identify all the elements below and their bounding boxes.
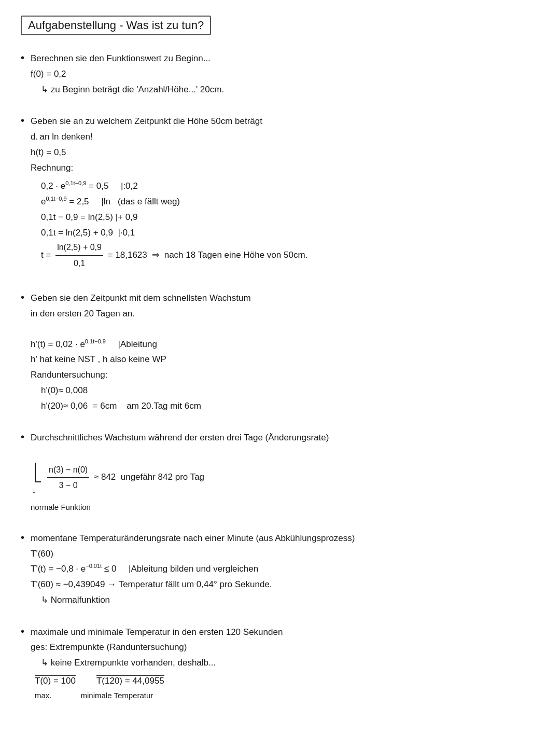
section-4: • Durchschnittliches Wachstum während de… [21,430,539,514]
s5-line2: T'(60) [31,546,539,562]
s3-line5: Randuntersuchung: [31,367,539,383]
section-5-content: momentane Temperaturänderungsrate nach e… [31,531,539,608]
s4-fraction-content: n(3) − n(0) 3 − 0 ≈ 842 ungefähr 842 pro… [45,463,204,498]
s6-max-label: max. [35,689,52,702]
section-6-content: maximale und minimale Temperatur in den … [31,625,539,702]
s1-line2: f(0) = 0,2 [31,66,539,82]
bullet-5: • [21,532,24,544]
s6-line1: maximale und minimale Temperatur in den … [31,625,539,640]
s3-line2: in den ersten 20 Tagen an. [31,306,539,322]
bracket-symbol: ↓ [35,463,41,498]
s6-t0-block: T(0) = 100 [35,674,76,689]
section-6: • maximale und minimale Temperatur in de… [21,625,539,702]
s5-line4: T'(60) ≈ −0,439049 → Temperatur fällt um… [31,577,539,592]
s6-t120-label: T(120) = 44,0955 [96,676,164,686]
s3-line4: h' hat keine NST , h also keine WP [31,352,539,367]
s4-note: normale Funktion [31,501,539,514]
page-title: Aufgabenstellung - Was ist zu tun? [28,19,204,32]
section-1: • Berechnen sie den Funktionswert zu Beg… [21,51,539,97]
s2-eq4: 0,1t = ln(2,5) + 0,9 |·0,1 [41,225,539,241]
s3-line7: h'(20)≈ 0,06 = 6cm am 20.Tag mit 6cm [41,398,539,414]
fraction-bottom-1: 0,1 [72,256,87,271]
s3-line1: Geben sie den Zeitpunkt mit dem schnells… [31,290,539,306]
s1-line1: Berechnen sie den Funktionswert zu Begin… [31,51,539,66]
section-3: • Geben sie den Zeitpunkt mit dem schnel… [21,290,539,413]
bullet-3: • [21,292,24,303]
s5-line1: momentane Temperaturänderungsrate nach e… [31,531,539,546]
s2-math1: 0,2 · e0,1t−0,9 = 0,5 |:0,2 e0,1t−0,9 = … [41,178,539,271]
bracket-shape [35,463,41,482]
section-3-content: Geben sie den Zeitpunkt mit dem schnells… [31,290,539,413]
s2-eq5: t = ln(2,5) + 0,9 0,1 = 18,1623 ⇒ nach 1… [41,240,539,271]
s5-line3: T'(t) = −0,8 · e−0,01t ≤ 0 |Ableitung bi… [31,561,539,577]
s3-line3: h'(t) = 0,02 · e0,1t−0,9 |Ableitung [31,337,539,352]
s1-line3: ↳ zu Beginn beträgt die 'Anzahl/Höhe...'… [41,82,539,98]
s2-line1: Geben sie an zu welchem Zeitpunkt die Hö… [31,114,539,129]
s6-values: T(0) = 100 T(120) = 44,0955 [35,674,539,689]
s5-line5: ↳ Normalfunktion [41,592,539,608]
fraction-top-1: ln(2,5) + 0,9 [55,240,103,256]
bullet-1: • [21,52,24,64]
s4-approx: ≈ 842 ungefähr 842 pro Tag [94,472,204,482]
s4-fraction-block: ↓ n(3) − n(0) 3 − 0 ≈ 842 ungefähr 842 p… [35,463,539,498]
bullet-6: • [21,626,24,637]
section-1-content: Berechnen sie den Funktionswert zu Begin… [31,51,539,97]
section-2-content: Geben sie an zu welchem Zeitpunkt die Hö… [31,114,539,274]
s6-min-label: minimale Temperatur [81,689,153,702]
section-5: • momentane Temperaturänderungsrate nach… [21,531,539,608]
s2-eq3: 0,1t − 0,9 = ln(2,5) |+ 0,9 [41,210,539,225]
title-box: Aufgabenstellung - Was ist zu tun? [21,16,211,35]
s4-fraction: n(3) − n(0) 3 − 0 [47,463,89,492]
s4-fraction-bottom: 3 − 0 [58,478,79,492]
s6-line2: ges: Extrempunkte (Randuntersuchung) [31,640,539,655]
s6-t0-label: T(0) = 100 [35,676,76,686]
s2-eq1: 0,2 · e0,1t−0,9 = 0,5 |:0,2 [41,178,539,194]
s3-line6: h'(0)≈ 0,008 [41,383,539,398]
page-content: Aufgabenstellung - Was ist zu tun? • Ber… [21,16,539,702]
s6-labels-row: max. minimale Temperatur [35,689,539,702]
s2-eq2: e0,1t−0,9 = 2,5 |ln (das e fällt weg) [41,194,539,210]
arrow-down: ↓ [32,482,36,498]
section-4-content: Durchschnittliches Wachstum während der … [31,430,539,514]
s2-line3: h(t) = 0,5 [31,145,539,160]
s4-line1: Durchschnittliches Wachstum während der … [31,430,539,446]
s4-fraction-top: n(3) − n(0) [47,463,89,478]
bullet-4: • [21,431,24,443]
s2-line2: d. an ln denken! [31,129,539,145]
s2-line4: Rechnung: [31,160,539,176]
bullet-2: • [21,115,24,127]
s6-line3: ↳ keine Extrempunkte vorhanden, deshalb.… [41,655,539,671]
section-2: • Geben sie an zu welchem Zeitpunkt die … [21,114,539,274]
s6-t120-block: T(120) = 44,0955 [96,674,164,689]
